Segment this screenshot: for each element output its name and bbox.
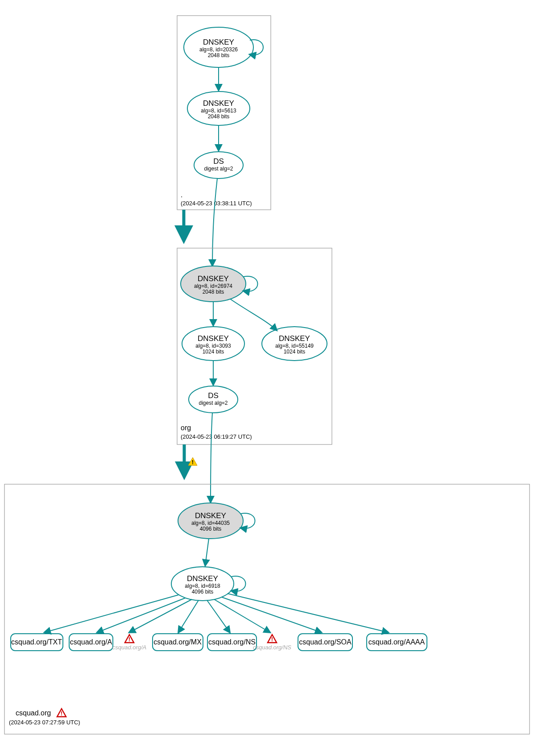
zone-csquad-time: (2024-05-23 07:27:59 UTC) [9,719,80,726]
edge-org-ksk-extra [230,299,277,330]
svg-text:csquad.org/MX: csquad.org/MX [153,638,202,646]
zone-org-name: org [181,424,191,432]
svg-text:alg=8, id=20326: alg=8, id=20326 [199,46,238,53]
svg-text:2048 bits: 2048 bits [208,113,230,120]
svg-text:DS: DS [213,157,224,166]
svg-text:DNSKEY: DNSKEY [198,274,229,283]
svg-text:digest alg=2: digest alg=2 [204,166,233,172]
svg-text:4096 bits: 4096 bits [200,526,222,532]
svg-text:alg=8, id=6918: alg=8, id=6918 [185,583,220,589]
svg-rect-30 [4,484,530,734]
svg-text:DNSKEY: DNSKEY [187,574,218,583]
svg-text:!: ! [128,636,130,643]
rr-txt: csquad.org/TXT [11,634,63,651]
zone-csquad: csquad.org (2024-05-23 07:27:59 UTC) ! D… [4,484,530,734]
svg-text:2048 bits: 2048 bits [208,52,230,58]
zone-csquad-name: csquad.org [16,709,51,717]
org-ds: DS digest alg=2 [189,386,238,413]
warning-icon: ! [188,457,197,465]
rr-soa: csquad.org/SOA [298,634,352,651]
csquad-dnskey-zsk: DNSKEY alg=8, id=6918 4096 bits [171,567,234,601]
svg-text:4096 bits: 4096 bits [192,589,214,595]
zone-root-name: . [181,191,182,199]
svg-text:DNSKEY: DNSKEY [279,334,310,343]
svg-text:csquad.org/A: csquad.org/A [112,644,147,651]
zone-org-time: (2024-05-23 06:19:27 UTC) [181,433,252,440]
edge-zsk-soa [222,597,321,632]
org-dnskey-zsk: DNSKEY alg=8, id=3093 1024 bits [182,327,244,361]
csquad-dnskey-ksk: DNSKEY alg=8, id=44035 4096 bits [178,503,243,539]
svg-text:DNSKEY: DNSKEY [203,38,234,46]
svg-text:alg=8, id=26974: alg=8, id=26974 [194,283,232,289]
rr-ns-ghost: ! csquad.org/NS [253,635,291,651]
svg-text:1024 bits: 1024 bits [284,349,306,355]
svg-text:csquad.org/AAAA: csquad.org/AAAA [368,638,425,646]
zone-org: org (2024-05-23 06:19:27 UTC) DNSKEY alg… [177,248,332,444]
rr-aaaa: csquad.org/AAAA [367,634,427,651]
svg-text:!: ! [61,710,62,717]
svg-text:digest alg=2: digest alg=2 [199,400,228,406]
root-ds: DS digest alg=2 [194,152,243,179]
edge-root-ds-to-org-ksk [212,179,217,266]
org-dnskey-ksk: DNSKEY alg=8, id=26974 2048 bits [181,266,246,302]
svg-text:DNSKEY: DNSKEY [203,99,234,108]
svg-text:csquad.org/NS: csquad.org/NS [208,638,256,646]
error-icon: ! [57,709,66,717]
zone-root-time: (2024-05-23 03:38:11 UTC) [181,200,252,207]
svg-text:csquad.org/TXT: csquad.org/TXT [11,638,62,646]
edge-org-ds-to-csquad-ksk [211,413,212,502]
edge-csquad-ksk-zsk [205,539,209,565]
root-dnskey-ksk: DNSKEY alg=8, id=20326 2048 bits [184,27,253,67]
svg-text:alg=8, id=3093: alg=8, id=3093 [195,343,231,349]
zone-root: . (2024-05-23 03:38:11 UTC) DNSKEY alg=8… [177,16,271,210]
rr-mx: csquad.org/MX [153,634,203,651]
svg-text:2048 bits: 2048 bits [203,289,224,295]
root-dnskey-zsk: DNSKEY alg=8, id=5613 2048 bits [187,91,250,125]
dnssec-graph: . (2024-05-23 03:38:11 UTC) DNSKEY alg=8… [0,0,534,756]
rr-ns: csquad.org/NS [207,634,257,651]
rr-a: csquad.org/A [69,634,113,651]
rr-a-ghost: ! csquad.org/A [112,635,147,651]
edge-zsk-aaaa [228,594,388,632]
svg-text:!: ! [192,459,194,465]
svg-text:1024 bits: 1024 bits [203,349,224,355]
svg-text:alg=8, id=55149: alg=8, id=55149 [275,343,314,349]
svg-text:DNSKEY: DNSKEY [195,511,226,520]
svg-text:alg=8, id=5613: alg=8, id=5613 [201,108,236,114]
edge-zsk-ns [207,600,230,632]
svg-text:DS: DS [208,391,219,400]
svg-text:csquad.org/SOA: csquad.org/SOA [299,638,352,646]
svg-text:csquad.org/NS: csquad.org/NS [253,644,291,651]
org-dnskey-extra: DNSKEY alg=8, id=55149 1024 bits [262,327,327,361]
svg-text:alg=8, id=44035: alg=8, id=44035 [191,520,230,526]
edge-zsk-a [97,598,185,632]
svg-text:!: ! [271,636,273,643]
svg-text:DNSKEY: DNSKEY [198,334,229,343]
svg-text:csquad.org/A: csquad.org/A [70,638,112,646]
